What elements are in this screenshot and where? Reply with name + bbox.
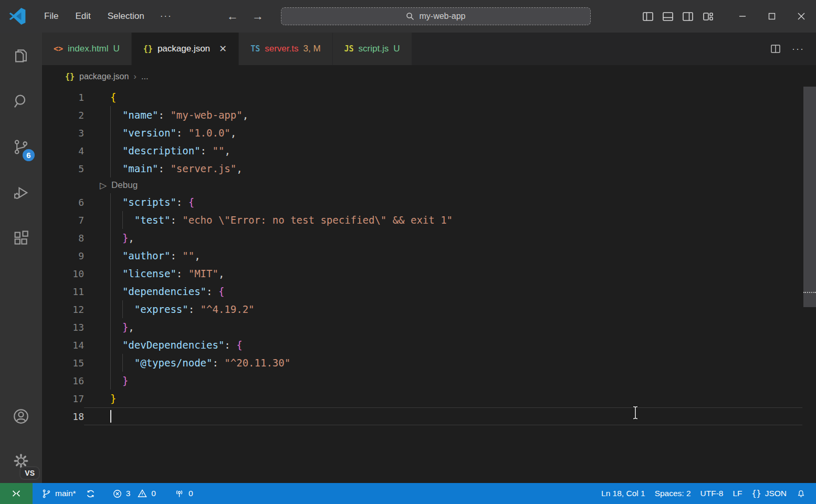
indent-guide <box>122 211 123 229</box>
menu-edit[interactable]: Edit <box>67 8 99 25</box>
account-icon[interactable] <box>0 394 42 438</box>
braces-icon: {} <box>752 489 761 498</box>
tab-bar-tabs: <>index.htmlU{}package.json✕TSserver.ts3… <box>42 33 412 65</box>
line-number: 8 <box>42 233 84 244</box>
toggle-primary-sidebar-icon[interactable] <box>642 10 654 23</box>
indent-guide <box>110 265 111 282</box>
bell-icon <box>796 489 806 499</box>
problems-status[interactable]: 3 0 <box>108 483 161 504</box>
source-control-badge: 6 <box>22 148 36 162</box>
vertical-scrollbar[interactable] <box>803 87 816 307</box>
tab-package-json[interactable]: {}package.json✕ <box>132 33 239 65</box>
indent-guide <box>110 336 111 354</box>
breadcrumb-file[interactable]: package.json <box>79 72 129 81</box>
menu-more-icon[interactable]: ··· <box>153 8 180 25</box>
broadcast-icon <box>174 488 185 499</box>
code-line-14[interactable]: 14 "devDependencies": { <box>42 336 816 354</box>
branch-status[interactable]: main* <box>37 483 81 504</box>
tab-server-ts[interactable]: TSserver.ts3, M <box>239 33 332 65</box>
code-line-6[interactable]: 6 "scripts": { <box>42 193 816 211</box>
close-window-button[interactable] <box>787 0 816 33</box>
line-number: 15 <box>42 358 84 369</box>
forward-arrow-icon[interactable]: → <box>250 9 266 23</box>
toggle-secondary-sidebar-icon[interactable] <box>682 10 694 23</box>
minimize-button[interactable] <box>728 0 757 33</box>
indent-guide <box>110 160 111 177</box>
code-line-1[interactable]: 1{ <box>42 88 816 106</box>
breadcrumb[interactable]: {} package.json › ... <box>42 65 816 88</box>
tab-script-js[interactable]: JSscript.jsU <box>333 33 412 65</box>
overview-ruler-marker <box>803 292 816 293</box>
code-line-11[interactable]: 11 "dependencies": { <box>42 282 816 300</box>
run-debug-icon[interactable] <box>0 170 42 215</box>
maximize-button[interactable] <box>757 0 787 33</box>
indent-guide <box>110 229 111 247</box>
code-line-15[interactable]: 15 "@types/node": "^20.11.30" <box>42 354 816 372</box>
code-line-2[interactable]: 2 "name": "my-web-app", <box>42 106 816 124</box>
close-tab-icon[interactable]: ✕ <box>219 43 227 55</box>
git-branch-icon <box>41 489 51 499</box>
customize-layout-icon[interactable] <box>702 10 714 23</box>
code-line-3[interactable]: 3 "version": "1.0.0", <box>42 124 816 142</box>
tab-index-html[interactable]: <>index.htmlU <box>42 33 132 65</box>
current-line-highlight <box>84 407 802 425</box>
code-line-12[interactable]: 12 "express": "^4.19.2" <box>42 300 816 318</box>
code-line-10[interactable]: 10 "license": "MIT", <box>42 265 816 282</box>
code-line-18[interactable]: 18 <box>42 407 816 425</box>
json-file-icon: {} <box>65 72 75 81</box>
ports-status[interactable]: 0 <box>169 483 198 504</box>
vscode-window: File Edit Selection ··· ← → my-web-app <box>0 0 816 504</box>
indent-guide <box>110 211 111 229</box>
title-bar: File Edit Selection ··· ← → my-web-app <box>0 0 816 33</box>
html-file-icon: <> <box>54 44 63 54</box>
command-center-text: my-web-app <box>419 12 465 21</box>
code-line-8[interactable]: 8 }, <box>42 229 816 247</box>
code-line-17[interactable]: 17} <box>42 390 816 407</box>
line-number: 4 <box>42 145 84 156</box>
indent-guide <box>122 300 123 318</box>
codelens-debug[interactable]: ▷Debug <box>42 177 816 193</box>
back-arrow-icon[interactable]: ← <box>225 9 240 23</box>
line-number: 5 <box>42 163 84 174</box>
sync-status[interactable] <box>81 483 100 504</box>
tab-label: index.html <box>68 44 108 54</box>
code-line-4[interactable]: 4 "description": "", <box>42 142 816 160</box>
menu-file[interactable]: File <box>36 8 67 25</box>
code-line-16[interactable]: 16 } <box>42 372 816 390</box>
encoding-status[interactable]: UTF-8 <box>696 483 728 504</box>
indent-guide <box>110 142 111 160</box>
toggle-panel-icon[interactable] <box>662 10 674 23</box>
notifications-bell[interactable] <box>791 483 811 504</box>
editor-more-actions-icon[interactable]: ··· <box>792 44 804 55</box>
source-control-icon[interactable]: 6 <box>0 124 42 170</box>
menu-selection[interactable]: Selection <box>99 8 153 25</box>
code-line-9[interactable]: 9 "author": "", <box>42 247 816 265</box>
code-line-13[interactable]: 13 }, <box>42 318 816 336</box>
indent-guide <box>110 282 111 300</box>
explorer-icon[interactable] <box>0 33 42 78</box>
tab-bar: <>index.htmlU{}package.json✕TSserver.ts3… <box>42 33 816 65</box>
extensions-icon[interactable] <box>0 215 42 261</box>
remote-indicator[interactable] <box>0 483 33 504</box>
split-editor-icon[interactable] <box>770 43 781 55</box>
code-editor[interactable]: 1{2 "name": "my-web-app",3 "version": "1… <box>42 88 816 483</box>
tab-modified-badge: U <box>113 44 120 54</box>
line-number: 18 <box>42 411 84 422</box>
code-line-7[interactable]: 7 "test": "echo \"Error: no test specifi… <box>42 211 816 229</box>
command-center-search[interactable]: my-web-app <box>281 7 591 25</box>
search-sidebar-icon[interactable] <box>0 78 42 124</box>
language-mode-status[interactable]: {} JSON <box>747 483 791 504</box>
warnings-icon <box>137 488 148 499</box>
breadcrumb-tail[interactable]: ... <box>141 72 148 81</box>
line-number: 10 <box>42 268 84 279</box>
code-line-5[interactable]: 5 "main": "server.js", <box>42 160 816 177</box>
tab-modified-badge: 3, M <box>303 44 320 54</box>
profile-badge: VS <box>20 467 39 479</box>
eol-status[interactable]: LF <box>728 483 747 504</box>
cursor-position-status[interactable]: Ln 18, Col 1 <box>597 483 650 504</box>
settings-gear-icon[interactable]: VS <box>0 438 42 483</box>
text-cursor <box>110 410 111 423</box>
indentation-status[interactable]: Spaces: 2 <box>650 483 696 504</box>
status-bar: main* 3 0 <box>0 483 816 504</box>
indent-guide <box>110 106 111 124</box>
